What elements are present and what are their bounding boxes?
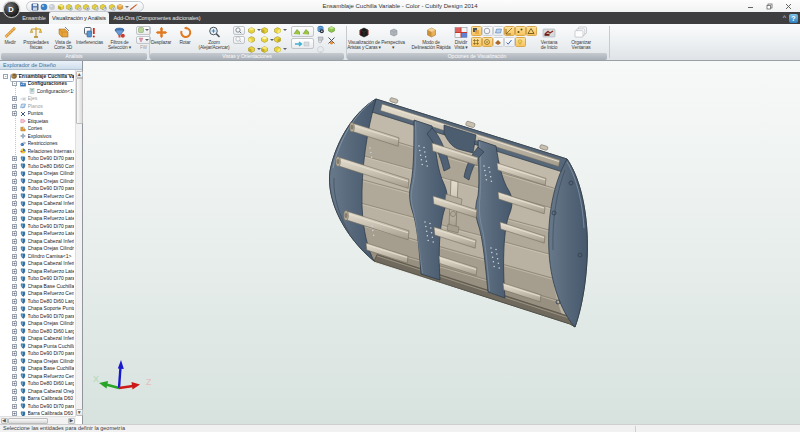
scroll-down-button[interactable]: ▼ <box>76 409 83 416</box>
tree-item[interactable]: +Tubo De90 Di70 para T <box>0 223 75 231</box>
expand-icon[interactable]: + <box>12 314 17 319</box>
toggle-origin-button[interactable] <box>482 37 493 47</box>
tree-item[interactable]: Relaciones Internas de <box>0 148 75 156</box>
expand-icon[interactable]: + <box>12 104 17 109</box>
view-bottom-button[interactable] <box>273 35 286 45</box>
toggle-points-display-button[interactable] <box>515 26 526 36</box>
tree-item[interactable]: +Puntos <box>0 110 75 118</box>
tree-item[interactable]: +Chapa Base Cuchillas <box>0 365 75 373</box>
tree-item[interactable]: +Tubo De90 Di70 para T <box>0 350 75 358</box>
toggle-shadows-button[interactable] <box>471 26 482 36</box>
expand-icon[interactable]: + <box>12 321 17 326</box>
tree-item[interactable]: +Chapa Punta Cuchilla <box>0 343 75 351</box>
dividir-vista-button[interactable]: Dividir Vista ▾ <box>452 25 470 53</box>
desplazar-button[interactable]: Desplazar <box>150 25 172 53</box>
vista-de-corte-3d-button[interactable]: Vista de Corte 3D <box>53 25 73 53</box>
viewport-3d[interactable]: X Z <box>83 61 800 424</box>
tab-visualizacion-y-analisis[interactable]: Visualización y Análisis <box>49 12 109 24</box>
sphere-disabled-icon[interactable] <box>48 3 56 11</box>
tree-vertical-scrollbar[interactable]: ▲ ▼ <box>75 70 83 416</box>
tree-item[interactable]: +Chapa Refuerzo Later <box>0 215 75 223</box>
open-icon[interactable] <box>74 3 82 11</box>
expand-icon[interactable]: + <box>12 389 17 394</box>
zoom-window-button[interactable] <box>233 26 245 35</box>
expand-icon[interactable]: + <box>12 381 17 386</box>
expand-icon[interactable]: + <box>12 276 17 281</box>
tree-item[interactable]: +Chapa Cabezal Inferio <box>0 200 75 208</box>
expand-icon[interactable]: + <box>12 374 17 379</box>
tree-item[interactable]: +Chapa Cabezal Inferio <box>0 335 75 343</box>
tree-item[interactable]: +Tubo De90 Di70 para T <box>0 275 75 283</box>
view-back-button[interactable] <box>260 26 273 36</box>
expand-icon[interactable]: + <box>12 366 17 371</box>
green-cube-tool-icon[interactable] <box>327 25 336 34</box>
expand-icon[interactable]: + <box>12 306 17 311</box>
tree-item[interactable]: Configuración<1> <box>0 88 75 96</box>
camera-path-button[interactable] <box>291 38 314 49</box>
expand-icon[interactable]: + <box>12 351 17 356</box>
expand-icon[interactable]: + <box>12 209 17 214</box>
sketch-icon[interactable] <box>129 3 139 11</box>
expand-icon[interactable]: + <box>12 246 17 251</box>
tree-item[interactable]: +Tubo De90 Di70 para T <box>0 403 75 411</box>
tree-item[interactable]: +Chapa Cabezal Inferio <box>0 238 75 246</box>
expand-icon[interactable]: + <box>12 261 17 266</box>
saved-views-button[interactable] <box>291 26 314 37</box>
save-icon[interactable] <box>31 3 39 11</box>
help-icon[interactable]: ? <box>789 14 798 23</box>
zoom-button[interactable]: Zoom (Alejar/Acercar) <box>196 25 232 53</box>
tree-item[interactable]: Cortes <box>0 125 75 133</box>
publish-icon[interactable] <box>40 3 48 11</box>
toggle-annotations-button[interactable] <box>526 26 537 36</box>
hide-tool-icon[interactable] <box>327 36 336 45</box>
collapse-icon[interactable]: - <box>3 74 8 79</box>
insert-icon[interactable] <box>82 3 90 11</box>
tree-item[interactable]: +Planos <box>0 103 75 111</box>
rotar-button[interactable]: Rotar <box>175 25 195 53</box>
dropdown-icon[interactable] <box>125 6 129 8</box>
propiedades-fisicas-button[interactable]: Propiedades físicas <box>20 25 52 53</box>
tree-item[interactable]: Restricciones <box>0 140 75 148</box>
expand-icon[interactable]: + <box>12 171 17 176</box>
render-tool-icon[interactable] <box>316 35 325 44</box>
tree-item[interactable]: +Tubo De90 Di70 para T <box>0 313 75 321</box>
tree-item[interactable]: +Chapa Refuerzo Later <box>0 208 75 216</box>
tree-item[interactable]: +Chapa Base Cuchillas <box>0 283 75 291</box>
medir-button[interactable]: Medir <box>1 25 19 53</box>
tree-item[interactable]: +Chapa Soporte Punta C <box>0 305 75 313</box>
new-part-icon[interactable] <box>57 3 65 11</box>
expand-icon[interactable]: + <box>12 336 17 341</box>
tree-item[interactable]: +Chapa Refuerzo Centr <box>0 290 75 298</box>
toggle-axes-display-button[interactable] <box>504 26 515 36</box>
filtros-de-seleccion-button[interactable]: Filtros de Selección ▾ <box>104 25 135 53</box>
tree-item[interactable]: +Chapa Orejas Cilindro <box>0 245 75 253</box>
expand-icon[interactable]: + <box>12 359 17 364</box>
tree-item[interactable]: +Ejes <box>0 95 75 103</box>
modo-delineacion-rapida-button[interactable]: Modo de Delineación Rápida <box>408 25 454 53</box>
expand-icon[interactable]: + <box>12 284 17 289</box>
check-out-icon[interactable] <box>99 3 107 11</box>
tab-ensamble[interactable]: Ensamble <box>16 12 52 24</box>
organizar-ventanas-button[interactable]: Organizar Ventanas <box>568 25 594 53</box>
tree-item[interactable]: +Chapa Orejas Cilindro <box>0 170 75 178</box>
interferencias-button[interactable]: Interferencias <box>73 25 106 53</box>
tree-item[interactable]: +Tubo De90 Di70 para T <box>0 155 75 163</box>
expand-icon[interactable]: + <box>12 231 17 236</box>
restore-button[interactable] <box>760 0 779 12</box>
tree-item[interactable]: +Chapa Refuerzo Centr <box>0 193 75 201</box>
toggle-silhouette-button[interactable] <box>482 26 493 36</box>
globe-tool-icon[interactable] <box>316 25 325 34</box>
expand-icon[interactable]: + <box>12 396 17 401</box>
expand-icon[interactable]: + <box>12 299 17 304</box>
active-cube-icon[interactable] <box>116 3 124 11</box>
tree-item[interactable]: Explosivos <box>0 133 75 141</box>
tree-item[interactable]: +Chapa Orejas Cilindro <box>0 320 75 328</box>
tree-item[interactable]: -Ensamblaje Cuchilla Varia <box>0 73 75 81</box>
expand-icon[interactable]: + <box>12 216 17 221</box>
tree-item[interactable]: +Cilindro Camisa<1> <box>0 253 75 261</box>
application-menu-button[interactable]: D <box>3 1 20 18</box>
visualizacion-aristas-caras-button[interactable]: Visualización de Aristas y Caras ▾ <box>347 25 381 53</box>
perspectiva-button[interactable]: Perspectiva ▾ <box>382 25 404 53</box>
tree-item[interactable]: +Chapa Cabezal Inferio <box>0 260 75 268</box>
tree-item[interactable]: +Chapa Cabezal Orejas <box>0 388 75 396</box>
